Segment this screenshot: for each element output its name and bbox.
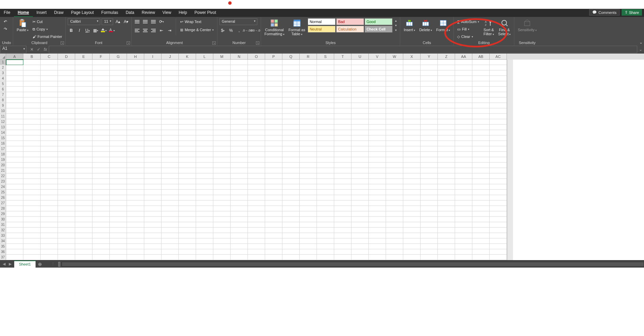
cell-Z31[interactable]: [438, 222, 455, 228]
cell-P6[interactable]: [265, 87, 282, 92]
cell-E20[interactable]: [75, 163, 92, 168]
cell-B13[interactable]: [23, 125, 41, 130]
cell-U25[interactable]: [351, 190, 369, 195]
cell-V17[interactable]: [369, 146, 386, 152]
cell-G22[interactable]: [110, 173, 127, 179]
cell-D9[interactable]: [58, 103, 75, 108]
cell-Z16[interactable]: [438, 141, 455, 146]
cell-D32[interactable]: [58, 228, 75, 233]
cell-O1[interactable]: [248, 60, 265, 65]
cell-Z24[interactable]: [438, 184, 455, 190]
cell-H10[interactable]: [127, 108, 144, 114]
cell-P10[interactable]: [265, 108, 282, 114]
row-header-25[interactable]: 25: [0, 190, 6, 195]
cell-A2[interactable]: [6, 65, 23, 70]
cell-Z5[interactable]: [438, 81, 455, 87]
cell-AC7[interactable]: [490, 92, 507, 98]
cell-Z23[interactable]: [438, 179, 455, 184]
cell-M17[interactable]: [213, 146, 231, 152]
cell-W2[interactable]: [386, 65, 403, 70]
cell-M2[interactable]: [213, 65, 231, 70]
cell-S6[interactable]: [317, 87, 334, 92]
cell-R3[interactable]: [300, 70, 317, 76]
cell-A22[interactable]: [6, 173, 23, 179]
cell-I11[interactable]: [144, 114, 162, 119]
cell-O26[interactable]: [248, 195, 265, 201]
cell-O31[interactable]: [248, 222, 265, 228]
cell-R8[interactable]: [300, 98, 317, 103]
cell-F5[interactable]: [92, 81, 110, 87]
row-header-31[interactable]: 31: [0, 222, 6, 228]
cell-J11[interactable]: [162, 114, 179, 119]
cell-I3[interactable]: [144, 70, 162, 76]
cell-V32[interactable]: [369, 228, 386, 233]
cell-L33[interactable]: [196, 233, 213, 238]
cell-U29[interactable]: [351, 211, 369, 217]
cell-S27[interactable]: [317, 201, 334, 206]
cell-I26[interactable]: [144, 195, 162, 201]
cell-AB1[interactable]: [472, 60, 490, 65]
cell-M37[interactable]: [213, 255, 231, 260]
cell-K23[interactable]: [179, 179, 196, 184]
cell-Q10[interactable]: [282, 108, 300, 114]
cell-AC16[interactable]: [490, 141, 507, 146]
cell-B23[interactable]: [23, 179, 41, 184]
cell-Y26[interactable]: [421, 195, 438, 201]
cell-W18[interactable]: [386, 152, 403, 157]
cell-X13[interactable]: [403, 125, 421, 130]
cell-K36[interactable]: [179, 249, 196, 255]
cell-Y6[interactable]: [421, 87, 438, 92]
cell-S11[interactable]: [317, 114, 334, 119]
cell-Q12[interactable]: [282, 119, 300, 125]
insert-cells-button[interactable]: Insert: [402, 18, 416, 33]
cell-Q8[interactable]: [282, 98, 300, 103]
cell-M25[interactable]: [213, 190, 231, 195]
cell-J13[interactable]: [162, 125, 179, 130]
cell-V9[interactable]: [369, 103, 386, 108]
cell-X19[interactable]: [403, 157, 421, 163]
cell-L23[interactable]: [196, 179, 213, 184]
cell-AB21[interactable]: [472, 168, 490, 173]
cell-A23[interactable]: [6, 179, 23, 184]
cell-V13[interactable]: [369, 125, 386, 130]
cell-K10[interactable]: [179, 108, 196, 114]
cell-Z3[interactable]: [438, 70, 455, 76]
cell-R29[interactable]: [300, 211, 317, 217]
cell-K5[interactable]: [179, 81, 196, 87]
column-header-K[interactable]: K: [179, 54, 196, 60]
cell-H18[interactable]: [127, 152, 144, 157]
cell-AA18[interactable]: [455, 152, 472, 157]
cell-S35[interactable]: [317, 244, 334, 249]
cell-AA25[interactable]: [455, 190, 472, 195]
cell-N1[interactable]: [231, 60, 248, 65]
cell-AC19[interactable]: [490, 157, 507, 163]
cell-W29[interactable]: [386, 211, 403, 217]
font-name-combo[interactable]: Calibri: [68, 18, 100, 25]
cell-F3[interactable]: [92, 70, 110, 76]
cell-AC2[interactable]: [490, 65, 507, 70]
cell-R17[interactable]: [300, 146, 317, 152]
comma-button[interactable]: ,: [236, 27, 242, 34]
cell-C7[interactable]: [41, 92, 58, 98]
cell-X33[interactable]: [403, 233, 421, 238]
cell-A5[interactable]: [6, 81, 23, 87]
cell-C12[interactable]: [41, 119, 58, 125]
cell-G2[interactable]: [110, 65, 127, 70]
row-header-36[interactable]: 36: [0, 249, 6, 255]
cell-Y15[interactable]: [421, 135, 438, 141]
cell-AC32[interactable]: [490, 228, 507, 233]
cell-D18[interactable]: [58, 152, 75, 157]
cell-V20[interactable]: [369, 163, 386, 168]
cell-I35[interactable]: [144, 244, 162, 249]
cell-J32[interactable]: [162, 228, 179, 233]
cell-M5[interactable]: [213, 81, 231, 87]
cell-AC34[interactable]: [490, 238, 507, 244]
cell-D35[interactable]: [58, 244, 75, 249]
cell-I22[interactable]: [144, 173, 162, 179]
cell-L4[interactable]: [196, 76, 213, 81]
cell-O18[interactable]: [248, 152, 265, 157]
cell-C36[interactable]: [41, 249, 58, 255]
cell-T36[interactable]: [334, 249, 351, 255]
vertical-scrollbar[interactable]: [507, 60, 513, 260]
cell-B32[interactable]: [23, 228, 41, 233]
